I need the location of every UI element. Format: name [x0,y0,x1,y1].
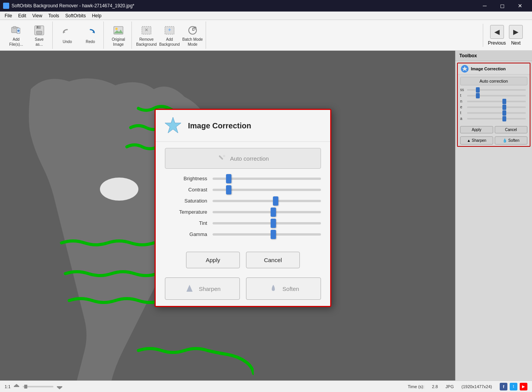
svg-rect-1 [13,27,16,28]
temperature-label: Temperature [165,209,207,215]
gamma-slider-row: Gamma [165,231,321,237]
app-icon [3,3,9,9]
contrast-track[interactable] [213,189,321,191]
contrast-thumb[interactable] [226,185,231,194]
auto-correction-button[interactable]: Auto correction [165,148,321,169]
undo-button[interactable]: Undo [57,22,78,48]
auto-correction-label: Auto correction [230,155,269,162]
add-background-button[interactable]: + Add Background [159,22,180,48]
add-bg-icon: + [163,24,176,37]
twitter-icon[interactable]: t [510,383,517,390]
zoom-slider[interactable] [23,386,53,387]
facebook-icon[interactable]: f [500,383,507,390]
batch-mode-label2: Mode [188,42,197,47]
brightness-track[interactable] [213,178,321,180]
svg-point-27 [223,155,225,157]
batch-mode-button[interactable]: ▲ Batch Mode Mode [182,22,203,48]
gamma-track[interactable] [213,233,321,236]
apply-button[interactable]: Apply [186,252,240,268]
saturation-thumb[interactable] [273,196,278,206]
soften-label: Soften [283,286,299,292]
saturation-slider-row: Saturation [165,198,321,204]
menu-view[interactable]: View [29,12,45,19]
tint-label: Tint [165,220,207,226]
toolbar-group-image: Original Image [105,22,132,49]
save-icon [33,24,45,37]
menu-help[interactable]: Help [89,12,105,19]
window-title: SoftOrbits Background Remover - hawk-271… [12,3,135,8]
modal-icon [163,116,183,135]
soften-button[interactable]: Soften [246,277,321,300]
menu-bar: File Edit View Tools SoftOrbits Help [0,12,532,20]
title-bar: SoftOrbits Background Remover - hawk-271… [0,0,532,12]
toolbar-nav-area: ◀ Previous ▶ Next [483,24,529,47]
cancel-button[interactable]: Cancel [246,252,300,268]
toolbar-group-files: Add File(s)... Save as... [3,22,53,49]
soften-icon [268,283,279,294]
redo-icon [84,27,96,39]
batch-icon: ▲ [186,24,199,37]
toolbar: Add File(s)... Save as... [0,20,532,51]
undo-label: Undo [63,40,72,44]
svg-text:+: + [168,27,171,33]
redo-button[interactable]: Redo [80,22,101,48]
tint-slider-row: Tint [165,220,321,226]
modal-title: Image Correction [188,121,251,130]
image-correction-dialog: Image Correction Auto correction Brightn… [155,109,331,307]
next-nav: ▶ Next [509,25,523,46]
temperature-track[interactable] [213,211,321,213]
menu-edit[interactable]: Edit [15,12,29,19]
toolbar-group-bg: ✕ Remove Background + Add Background [133,22,206,49]
redo-label: Redo [86,40,95,44]
gamma-label: Gamma [165,231,207,237]
undo-icon [61,27,73,39]
remove-background-button[interactable]: ✕ Remove Background [136,22,157,48]
remove-background-label: Remove [139,37,153,42]
zoom-thumb[interactable] [24,385,27,389]
time-value: 2.8 [432,384,438,389]
temperature-slider-row: Temperature [165,209,321,215]
save-as-button[interactable]: Save as... [28,22,50,48]
svg-marker-25 [165,117,181,133]
menu-file[interactable]: File [2,12,15,19]
saturation-track[interactable] [213,200,321,202]
title-bar-left: SoftOrbits Background Remover - hawk-271… [3,3,135,9]
brightness-thumb[interactable] [226,174,231,183]
original-image-button[interactable]: Original Image [108,22,129,48]
brightness-slider-row: Brightness [165,176,321,181]
add-files-label: Add [13,37,20,42]
tint-track[interactable] [213,222,321,224]
add-background-label: Add [166,37,173,42]
youtube-icon[interactable]: ▶ [520,383,527,390]
remove-background-label2: Background [136,42,156,47]
next-arrow-button[interactable]: ▶ [509,25,523,39]
social-icons: f t ▶ [500,383,527,390]
previous-nav: ◀ Previous [488,25,506,46]
temperature-thumb[interactable] [271,208,276,217]
nav-separator [483,24,483,47]
zoom-icon [13,384,20,390]
gamma-thumb[interactable] [271,230,276,239]
original-image-label: Original [112,37,125,42]
contrast-slider-row: Contrast [165,187,321,193]
sharpen-button[interactable]: Sharpen [165,277,240,300]
menu-softorbits[interactable]: SoftOrbits [62,12,89,19]
image-dimensions: (1920x1477x24) [461,384,492,389]
modal-body: Auto correction Brightness Contrast [156,142,330,250]
minimize-button[interactable]: ─ [476,0,494,12]
add-files-label2: File(s)... [9,42,23,47]
original-image-icon [112,24,125,37]
zoom-level: 1:1 [5,384,10,389]
toolbar-group-edit: Undo Redo [54,22,104,49]
sharpen-label: Sharpen [199,286,221,292]
maximize-button[interactable]: ◻ [494,0,511,12]
add-files-button[interactable]: Add File(s)... [5,22,27,48]
menu-tools[interactable]: Tools [45,12,62,19]
zoom-icon-plus [57,384,63,390]
remove-bg-icon: ✕ [140,24,153,37]
previous-arrow-button[interactable]: ◀ [490,25,504,39]
close-button[interactable]: ✕ [511,0,529,12]
add-files-icon [10,24,22,37]
file-format: JPG [446,384,454,389]
tint-thumb[interactable] [271,219,276,228]
